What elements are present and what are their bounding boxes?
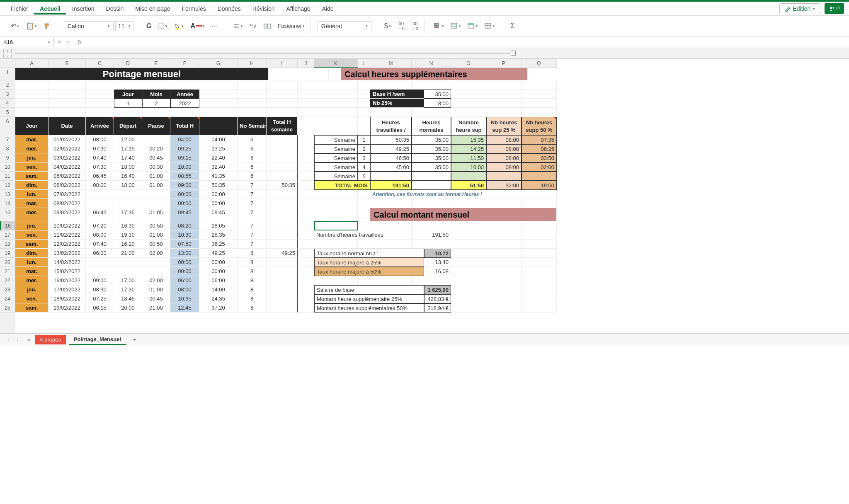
- increase-decimal-button[interactable]: .00←0: [395, 19, 407, 33]
- row-header-14[interactable]: 14: [0, 199, 15, 208]
- row-header-5[interactable]: 5: [0, 108, 15, 117]
- tab-next-button[interactable]: 〉: [15, 336, 23, 344]
- outline-levels[interactable]: 12: [0, 48, 15, 58]
- row-header-3[interactable]: 3: [0, 90, 15, 99]
- share-button[interactable]: + P: [825, 3, 844, 14]
- menu-mise-en-page[interactable]: Mise en page: [129, 3, 176, 15]
- edition-label: Edition: [793, 5, 811, 12]
- row-header-15[interactable]: 15: [0, 208, 15, 221]
- row-header-19[interactable]: 19: [0, 249, 15, 258]
- name-box[interactable]: K16▾: [0, 37, 54, 47]
- more-formatting-button[interactable]: ⋯: [209, 20, 221, 32]
- fill-color-button[interactable]: ▾: [172, 21, 186, 31]
- paste-button[interactable]: 📋▾: [23, 20, 39, 32]
- row-header-20[interactable]: 20: [0, 258, 15, 267]
- format-painter-button[interactable]: [41, 21, 53, 32]
- tab-prev-button[interactable]: 〈: [3, 336, 12, 344]
- cell-style-button[interactable]: ▾: [465, 21, 480, 31]
- row-header-12[interactable]: 12: [0, 181, 15, 190]
- svg-point-0: [830, 7, 832, 9]
- confirm-icon[interactable]: ✓: [66, 39, 70, 45]
- row-header-10[interactable]: 10: [0, 162, 15, 172]
- align-button[interactable]: ▾: [231, 21, 245, 31]
- row-header-1[interactable]: 1: [0, 68, 15, 80]
- menu-bar: Fichier Accueil Insertion Dessin Mise en…: [0, 2, 849, 16]
- svg-text:+: +: [832, 6, 834, 10]
- outline-collapse-button[interactable]: −: [511, 51, 516, 56]
- col-header-Q[interactable]: Q: [522, 59, 557, 68]
- menu-donnees[interactable]: Données: [212, 3, 247, 15]
- active-cell: [314, 221, 358, 230]
- select-all-corner[interactable]: [0, 59, 15, 68]
- all-sheets-button[interactable]: ≡: [26, 337, 32, 343]
- col-header-H[interactable]: H: [238, 59, 267, 68]
- font-family-select[interactable]: Calibri▾: [64, 21, 114, 31]
- undo-button[interactable]: ↶▾: [8, 20, 22, 32]
- row-header-17[interactable]: 17: [0, 230, 15, 240]
- col-header-G[interactable]: G: [199, 59, 238, 68]
- conditional-format-button[interactable]: ▾: [431, 21, 446, 31]
- font-size-select[interactable]: 11▾: [115, 21, 133, 31]
- merge-cells-button[interactable]: Fusionner ▾: [275, 21, 307, 31]
- row-header-9[interactable]: 9: [0, 153, 15, 162]
- row-header-11[interactable]: 11: [0, 172, 15, 181]
- col-header-C[interactable]: C: [86, 59, 114, 68]
- col-header-J[interactable]: J: [298, 59, 314, 68]
- currency-button[interactable]: $▾: [382, 21, 393, 32]
- row-header-8[interactable]: 8: [0, 144, 15, 153]
- col-header-O[interactable]: O: [451, 59, 486, 68]
- menu-dessin[interactable]: Dessin: [100, 3, 130, 15]
- row-header-6[interactable]: 6: [0, 117, 15, 135]
- font-color-button[interactable]: A▾: [188, 21, 207, 32]
- edition-mode-button[interactable]: Edition ▾: [779, 3, 821, 14]
- row-header-16[interactable]: 16: [0, 221, 15, 230]
- column-headers: ABCDEFGHIJKLMNOPQ: [15, 59, 557, 68]
- add-sheet-button[interactable]: +: [129, 335, 141, 344]
- menu-fichier[interactable]: Fichier: [5, 3, 34, 15]
- chevron-down-icon: ▾: [813, 7, 815, 11]
- menu-formules[interactable]: Formules: [176, 3, 211, 15]
- table-style-button[interactable]: ▾: [448, 21, 463, 31]
- borders-button[interactable]: ▾: [155, 21, 170, 31]
- decrease-decimal-button[interactable]: .00→0: [409, 19, 421, 33]
- menu-revision[interactable]: Révision: [247, 3, 281, 15]
- row-header-2[interactable]: 2: [0, 80, 15, 90]
- menu-affichage[interactable]: Affichage: [281, 3, 316, 15]
- sheet-tab-apropos[interactable]: A propos: [35, 335, 66, 344]
- row-header-23[interactable]: 23: [0, 285, 15, 294]
- row-header-25[interactable]: 25: [0, 303, 15, 313]
- autosum-button[interactable]: Σ: [508, 20, 517, 32]
- col-header-M[interactable]: M: [370, 59, 412, 68]
- number-format-select[interactable]: Général▾: [318, 21, 371, 31]
- row-header-18[interactable]: 18: [0, 240, 15, 249]
- menu-insertion[interactable]: Insertion: [66, 3, 100, 15]
- sup-title: Calcul heures supplémentaires: [341, 68, 528, 80]
- row-header-22[interactable]: 22: [0, 276, 15, 285]
- bold-button[interactable]: G: [144, 21, 154, 32]
- col-header-D[interactable]: D: [114, 59, 142, 68]
- col-header-P[interactable]: P: [486, 59, 522, 68]
- row-header-24[interactable]: 24: [0, 294, 15, 303]
- row-header-21[interactable]: 21: [0, 267, 15, 276]
- col-header-B[interactable]: B: [49, 59, 86, 68]
- insert-cells-button[interactable]: ▾: [482, 21, 497, 31]
- col-header-A[interactable]: A: [15, 59, 49, 68]
- menu-aide[interactable]: Aide: [316, 3, 340, 15]
- col-header-L[interactable]: L: [358, 59, 370, 68]
- col-header-K[interactable]: K: [314, 59, 358, 68]
- merge-icon-button[interactable]: [261, 21, 274, 31]
- wrap-text-button[interactable]: ab: [247, 21, 260, 31]
- menu-accueil[interactable]: Accueil: [34, 3, 66, 15]
- row-header-4[interactable]: 4: [0, 99, 15, 108]
- col-header-E[interactable]: E: [142, 59, 170, 68]
- row-header-7[interactable]: 7: [0, 135, 15, 144]
- svg-rect-12: [437, 23, 439, 25]
- col-header-I[interactable]: I: [267, 59, 298, 68]
- spreadsheet-grid[interactable]: Pointage mensuelCalcul heures supplément…: [15, 68, 849, 333]
- cancel-icon[interactable]: ✕: [57, 39, 62, 45]
- sheet-tab-pointage[interactable]: Pointage_Mensuel: [69, 334, 126, 345]
- row-header-13[interactable]: 13: [0, 190, 15, 199]
- fx-icon[interactable]: fx: [74, 39, 85, 45]
- col-header-F[interactable]: F: [170, 59, 199, 68]
- col-header-N[interactable]: N: [412, 59, 451, 68]
